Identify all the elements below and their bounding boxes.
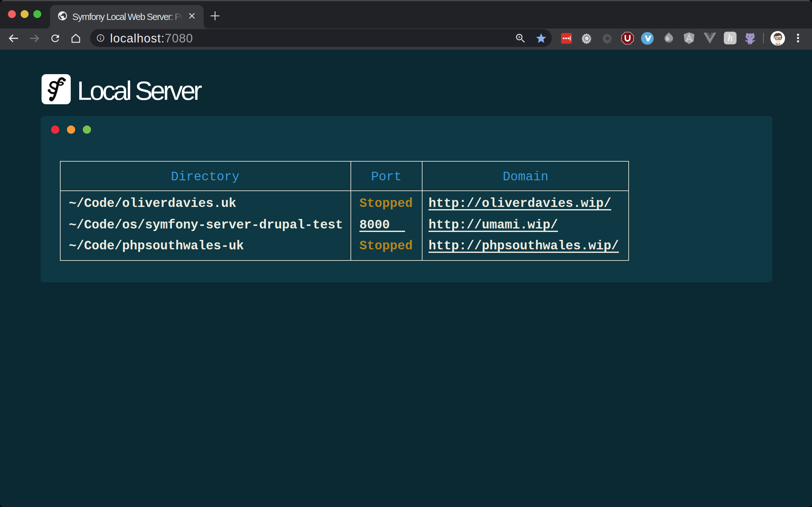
svg-text:h: h <box>728 32 733 43</box>
